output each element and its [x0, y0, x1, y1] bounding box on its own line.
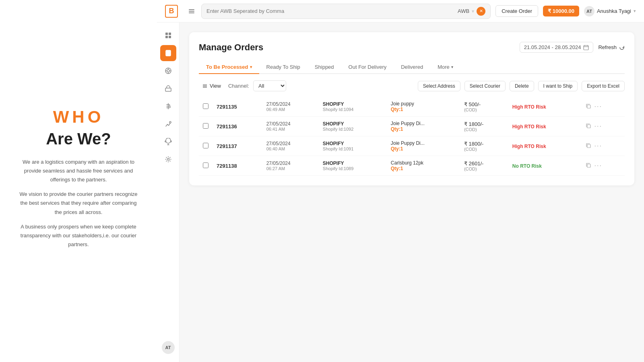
tab-shipped-label: Shipped	[315, 64, 334, 70]
product-name: Joie Puppy Di...	[391, 140, 456, 146]
tab-delivered[interactable]: Delivered	[394, 61, 430, 74]
refresh-button[interactable]: Refresh	[598, 44, 625, 50]
create-order-button[interactable]: Create Order	[495, 5, 538, 17]
wallet-badge: ₹ 10000.00	[543, 6, 579, 16]
order-id: 7291137	[217, 143, 258, 149]
navbar: B AWB ▾ ✕ Create Order ₹ 10000.00 AT Anu…	[157, 0, 644, 23]
rto-cell: No RTO Risk	[508, 156, 582, 176]
tab-ready-to-ship[interactable]: Ready To Ship	[259, 61, 308, 74]
i-want-to-ship-button[interactable]: I want to Ship	[538, 81, 578, 91]
sidebar-item-reports[interactable]	[160, 116, 176, 132]
tab-more[interactable]: More ▾	[430, 61, 460, 74]
actions-cell: ···	[582, 156, 625, 176]
row-checkbox-0[interactable]	[203, 103, 208, 109]
awb-dot-icon: ✕	[479, 8, 483, 14]
app-container: B AWB ▾ ✕ Create Order ₹ 10000.00 AT Anu…	[157, 0, 644, 362]
awb-badge[interactable]: AWB ▾ ✕	[458, 7, 485, 16]
paragraph-2: We vision to provide the courier partner…	[16, 190, 141, 216]
sidebar-item-tracking[interactable]	[160, 63, 176, 79]
more-icon[interactable]: ···	[594, 103, 602, 110]
row-checkbox-cell[interactable]	[199, 136, 213, 156]
row-checkbox-1[interactable]	[203, 123, 208, 129]
view-icon	[202, 83, 208, 89]
platform-name: SHOPIFY	[323, 160, 383, 166]
tab-shipped[interactable]: Shipped	[308, 61, 341, 74]
platform-cell: SHOPIFY Shopify Id:1092	[319, 117, 387, 136]
svg-rect-18	[584, 45, 588, 50]
sidebar-item-support[interactable]	[160, 134, 176, 150]
row-checkbox-3[interactable]	[203, 162, 208, 168]
copy-icon[interactable]	[586, 143, 591, 150]
rto-risk-badge: High RTO Risk	[512, 144, 546, 149]
order-id-cell: 7291138	[213, 156, 262, 176]
orders-header: Manage Orders 21.05.2024 - 28.05.2024	[199, 42, 625, 53]
row-checkbox-cell[interactable]	[199, 97, 213, 117]
user-initials: AT	[584, 6, 594, 16]
sidebar-item-settings[interactable]	[160, 151, 176, 167]
copy-icon[interactable]	[586, 162, 591, 169]
sidebar-item-orders[interactable]	[160, 45, 176, 61]
order-amount: ₹ 1800/-	[464, 121, 504, 127]
sidebar-item-products[interactable]	[160, 80, 176, 97]
tabs: To Be Processed ▾ Ready To Ship Shipped …	[199, 61, 625, 74]
tab-ready-to-ship-label: Ready To Ship	[266, 64, 300, 70]
sidebar-item-dashboard[interactable]	[160, 27, 176, 43]
select-courier-button[interactable]: Select Courier	[464, 81, 506, 91]
tab-out-for-delivery-label: Out For Delivery	[349, 64, 387, 70]
channel-select[interactable]: All Shopify Manual	[253, 80, 286, 91]
product-qty: Qty:1	[391, 146, 456, 152]
order-id: 7291135	[217, 104, 258, 110]
date-range[interactable]: 21.05.2024 - 28.05.2024	[520, 42, 594, 53]
select-address-button[interactable]: Select Address	[418, 81, 460, 91]
tab-more-label: More	[438, 64, 450, 70]
row-checkbox-cell[interactable]	[199, 117, 213, 136]
svg-rect-5	[165, 36, 168, 38]
actions-cell: ···	[582, 117, 625, 136]
order-id: 7291136	[217, 123, 258, 130]
row-actions: ···	[586, 103, 621, 110]
brand-icon: B	[165, 5, 178, 18]
product-name: Joie Puppy Di...	[391, 121, 456, 126]
svg-rect-4	[169, 33, 171, 35]
product-cell: Carlsburg 12pk Qty:1	[387, 156, 460, 176]
search-bar: AWB ▾ ✕	[201, 4, 491, 19]
more-icon[interactable]: ···	[594, 142, 602, 150]
more-icon[interactable]: ···	[594, 123, 602, 130]
tab-to-be-processed[interactable]: To Be Processed ▾	[199, 61, 259, 74]
row-checkbox-cell[interactable]	[199, 156, 213, 176]
view-button[interactable]: View	[199, 81, 224, 91]
payment-type: (COD)	[464, 107, 504, 112]
platform-name: SHOPIFY	[323, 101, 383, 107]
payment-type: (COD)	[464, 147, 504, 152]
order-time: 06:41 AM	[266, 127, 315, 132]
sidebar-avatar: AT	[162, 341, 175, 354]
svg-point-16	[169, 121, 171, 123]
sidebar-item-billing[interactable]	[160, 98, 176, 114]
copy-icon[interactable]	[586, 103, 591, 110]
row-checkbox-2[interactable]	[203, 143, 208, 148]
table-row: 7291138 27/05/2024 06:27 AM SHOPIFY Shop…	[199, 156, 625, 176]
order-amount: ₹ 500/-	[464, 101, 504, 107]
svg-rect-2	[189, 12, 194, 13]
more-icon[interactable]: ···	[594, 162, 602, 169]
date-range-text: 21.05.2024 - 28.05.2024	[524, 44, 581, 50]
order-date: 27/05/2024	[266, 121, 315, 127]
orders-title: Manage Orders	[199, 42, 263, 53]
export-to-excel-button[interactable]: Export to Excel	[582, 81, 625, 91]
tab-out-for-delivery[interactable]: Out For Delivery	[341, 61, 394, 74]
svg-rect-6	[169, 36, 171, 38]
search-input[interactable]	[206, 8, 454, 14]
svg-rect-15	[165, 88, 171, 91]
copy-icon[interactable]	[586, 123, 591, 130]
shopify-id: Shopify Id:1092	[323, 127, 383, 132]
amount-cell: ₹ 500/- (COD)	[460, 97, 508, 117]
channel-label: Channel:	[228, 83, 249, 89]
amount-cell: ₹ 1800/- (COD)	[460, 136, 508, 156]
platform-cell: SHOPIFY Shopify Id:1089	[319, 156, 387, 176]
menu-icon[interactable]	[187, 6, 196, 16]
row-actions: ···	[586, 142, 621, 150]
order-date-cell: 27/05/2024 06:41 AM	[262, 117, 319, 136]
delete-button[interactable]: Delete	[510, 81, 534, 91]
user-badge[interactable]: AT Anushka Tyagi ▾	[584, 6, 636, 16]
table-row: 7291136 27/05/2024 06:41 AM SHOPIFY Shop…	[199, 117, 625, 136]
